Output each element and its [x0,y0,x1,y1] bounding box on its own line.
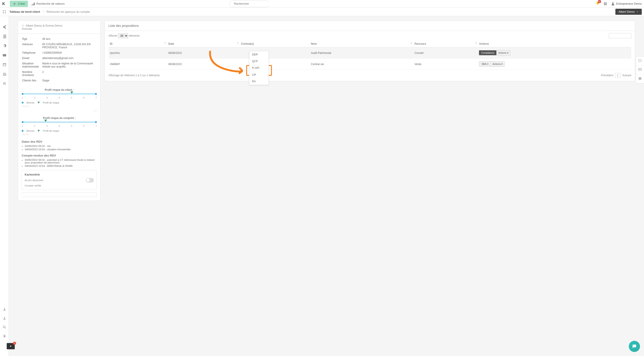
page-number[interactable]: 1 [615,73,620,78]
calendar-icon[interactable] [2,62,6,67]
checklist-icon[interactable] [2,34,6,38]
global-search[interactable] [229,0,270,7]
logo: K [2,2,7,6]
risk-client-slider[interactable] [22,94,97,94]
side-card-icon[interactable] [636,56,644,66]
download-icon[interactable] [2,307,6,311]
gear-icon[interactable] [2,44,6,48]
create-label: Créer [18,2,25,5]
people-icon[interactable] [2,72,6,76]
page-size-select[interactable]: 10 [118,33,128,38]
more-icon[interactable]: ⋯ [18,109,100,113]
scale-nums: 1234567 [22,96,97,99]
cr-list: 03/05/2022 09:32 - potentiel à CT intére… [18,158,100,167]
research-link[interactable]: Recherche de valeurs [31,2,64,6]
triangle-icon [38,102,40,104]
triangle-icon [38,130,40,132]
side-mail-icon[interactable] [636,66,644,74]
cr-heading: Compte-rendus des RDV [18,154,100,157]
col-nom[interactable]: Nom▲▼ [310,40,413,48]
client-details: Âge48 ans Adresse65 COURS MIRABEAUX, 131… [18,34,100,85]
svg-point-0 [612,2,614,4]
video-widget[interactable]: 1 [7,343,15,349]
chat-icon [632,344,637,349]
access-toggle[interactable] [86,178,94,182]
svg-point-4 [3,326,5,328]
risk-spouse-title: Profil risque du conjoint : [18,116,100,120]
apps-icon[interactable] [603,2,607,6]
table-footer-info: Affichage de l'élément 1 à 2 sur 2 éléme… [108,74,160,77]
side-pills [636,56,644,84]
prev-button[interactable]: Précédent [601,74,613,77]
scale-nums: 1234567 [22,124,97,127]
link-icon [22,24,24,27]
row-actions-button[interactable]: Actions ▾ [491,61,505,67]
notifications-button[interactable]: 6 [596,1,600,6]
risk-spouse-marker [44,120,47,122]
create-button[interactable]: Créer [10,1,28,7]
sidebar-left [0,16,9,356]
expand-icon[interactable] [2,10,6,14]
proposals-table: ID▲▼ Date▲▼ Contrat(s) Nom▲▼ Parcours▲▼ … [108,40,631,70]
dropdown-item-fi-api[interactable]: FI API [249,65,268,71]
table-row: #pxAAts06/06/2023Audit PatrimonialConsei… [108,48,631,58]
user-menu[interactable]: Entrepreneur Demo [611,2,642,6]
video-badge: 1 [13,342,16,345]
table-search-input[interactable] [609,33,631,38]
download-icon-2[interactable] [2,316,6,320]
dropdown-item-qcp[interactable]: QCP [249,58,268,65]
rdv-list: 03/05/2022 09:32 - rdv04/04/2023 10:54 -… [18,145,100,151]
row-primary-button[interactable]: Compliance [479,50,496,55]
list-icon[interactable] [2,82,6,86]
col-actions: Actions [478,40,631,48]
search-icon-bottom[interactable] [2,325,6,329]
dropdown-item-ra[interactable]: RA [249,78,268,85]
sun-icon[interactable] [2,334,6,338]
dot-icon [22,102,24,104]
dropdown-item-der[interactable]: DER [249,51,268,58]
proposals-card: Liste des propositions Afficher 10 éléme… [105,20,635,81]
svg-rect-3 [639,60,641,62]
col-date[interactable]: Date▲▼ [167,40,240,48]
client-selector[interactable]: Albert Demo [616,9,642,15]
col-contrats[interactable]: Contrat(s) [240,40,310,48]
signature-icon [22,133,29,135]
col-parcours[interactable]: Parcours▲▼ [413,40,478,48]
signature-icon [22,105,29,107]
svg-point-5 [4,336,5,337]
col-id[interactable]: ID▲▼ [108,40,167,48]
verified-label: Compte vérifié [24,184,41,187]
client-name: Albert Demo & Emma Demo [26,24,62,27]
user-icon [611,2,615,6]
svg-point-1 [3,73,4,74]
play-icon [10,345,12,348]
plus-icon [12,2,16,6]
dot-icon [22,130,24,132]
svg-point-2 [4,73,6,74]
risk-client-marker [70,92,73,94]
notif-badge: 6 [598,0,601,3]
row-primary-button[interactable]: SBA 3 [479,61,491,67]
dropdown-item-lm[interactable]: LM [249,71,268,78]
chat-button[interactable] [629,341,640,352]
placeholder-box [22,192,97,197]
page-title: Tableau de bord client [10,10,44,14]
next-button[interactable]: Suivant [622,74,631,77]
share-icon[interactable] [2,25,6,29]
access-label: Accès désactivé [24,179,43,182]
rdv-heading: Dates des RDV [18,140,100,143]
row-actions-button[interactable]: Actions ▾ [496,50,510,56]
search-input[interactable] [234,2,272,5]
risk-spouse-slider[interactable] [22,122,97,122]
mail-icon[interactable] [2,53,6,57]
chevron-down-icon [636,10,639,13]
risk-client-title: Profil risque du client : [18,88,100,92]
table-row: #94BiKF06/06/2023Contrat vieVente SBA 3A… [108,58,631,70]
client-card: Albert Demo & Emma Demo Avocats Âge48 an… [18,20,100,201]
side-grid-icon[interactable] [636,74,644,84]
client-job: Avocats [22,27,97,30]
proposals-header: Liste des propositions [105,21,635,31]
karbon-link-box: Karbonlink Accès désactivé Compte vérifi… [22,170,97,190]
page-subtitle: Retrouvez les aperçus du compte [46,10,90,14]
chart-icon [31,2,35,6]
